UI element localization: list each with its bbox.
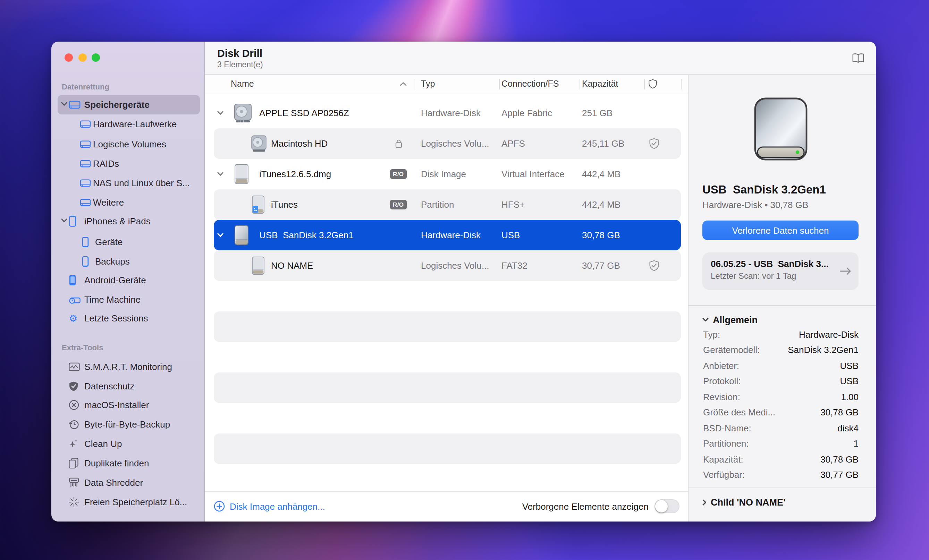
minimize-button[interactable]: [78, 53, 86, 61]
device-rows: APPLE SSD AP0256Z Hardware-Disk Apple Fa…: [205, 94, 688, 491]
sidebar-item-freien-speicherplatz[interactable]: Freien Speicherplatz Lö...: [51, 492, 204, 511]
attach-disk-image-link[interactable]: Disk Image anhängen...: [214, 501, 325, 512]
column-header-capacity[interactable]: Kapazität: [582, 80, 618, 89]
sidebar-item-smart-monitoring[interactable]: S.M.A.R.T. Monitoring: [51, 357, 204, 376]
last-scan-card[interactable]: 06.05.25 - USB SanDisk 3... Letzter Scan…: [702, 252, 858, 290]
scan-card-subtitle: Letzter Scan: vor 1 Tag: [711, 271, 838, 281]
column-header-connection[interactable]: Connection/FS: [501, 80, 559, 89]
sidebar-item-raids[interactable]: RAIDs: [51, 154, 204, 173]
device-typ: Partition: [421, 199, 454, 210]
sidebar-item-duplikate-finden[interactable]: Duplikate finden: [51, 453, 204, 473]
column-header-typ[interactable]: Typ: [421, 80, 435, 89]
android-phone-icon: [69, 274, 76, 285]
sidebar-item-clean-up[interactable]: Clean Up: [51, 434, 204, 454]
chevron-down-icon[interactable]: [61, 102, 67, 106]
section-allgemein[interactable]: Allgemein: [702, 313, 858, 327]
device-capacity: 442,4 MB: [582, 199, 621, 210]
device-connection: Apple Fabric: [501, 107, 552, 118]
chevron-down-icon[interactable]: [217, 233, 224, 237]
detail-row: Typ:Hardware-Disk: [702, 327, 858, 342]
table-row-itunes-dmg[interactable]: iTunes12.6.5.dmg R/O Disk Image Virtual …: [214, 158, 681, 189]
shield-check-icon: [69, 380, 78, 392]
table-row-itunes[interactable]: iTunes R/O Partition HFS+ 442,4 MB: [214, 189, 681, 219]
chevron-down-icon[interactable]: [217, 171, 224, 176]
hard-disk-icon: [233, 102, 253, 123]
table-row-usb-sandisk[interactable]: USB SanDisk 3.2Gen1 Hardware-Disk USB 30…: [214, 219, 681, 250]
shield-check-icon: [649, 138, 659, 149]
sidebar-item-nas-linux[interactable]: NAS und Linux über S...: [51, 173, 204, 193]
zoom-button[interactable]: [92, 53, 100, 61]
sidebar-item-letzte-sessions[interactable]: ⚙ Letzte Sessions: [51, 309, 204, 328]
table-row-no-name[interactable]: NO NAME Logisches Volu... FAT32 30,77 GB: [214, 250, 681, 280]
phone-icon: [81, 237, 89, 247]
volume-icon: [251, 256, 265, 275]
sidebar-item-label: Data Shredder: [84, 477, 143, 488]
sidebar-item-macos-installer[interactable]: macOS-Installer: [51, 395, 204, 415]
drive-icon: [80, 179, 91, 187]
drive-icon: [80, 198, 91, 207]
chevron-down-icon[interactable]: [217, 111, 224, 115]
time-machine-icon: [69, 295, 81, 304]
sidebar-item-label: Speichergeräte: [84, 99, 150, 110]
sidebar-item-label: Duplikate finden: [84, 458, 149, 468]
column-header-name[interactable]: Name: [231, 80, 254, 89]
sidebar-item-hardware-laufwerke[interactable]: Hardware-Laufwerke: [51, 115, 204, 134]
sparkles-icon: [69, 439, 78, 449]
book-icon[interactable]: [852, 53, 865, 63]
search-lost-data-button[interactable]: Verlorene Daten suchen: [702, 220, 858, 240]
phone-icon: [69, 216, 76, 227]
table-header: Name Typ Connection/FS Kapazität: [205, 75, 688, 94]
scan-card-title: 06.05.25 - USB SanDisk 3...: [711, 259, 838, 269]
section-child-no-name[interactable]: Child 'NO NAME': [702, 495, 858, 509]
sidebar-item-label: Time Machine: [84, 294, 141, 304]
external-drive-illustration: [748, 97, 813, 168]
device-capacity: 30,77 GB: [582, 260, 620, 271]
chevron-down-icon[interactable]: [61, 219, 67, 223]
history-clock-icon: [69, 419, 79, 429]
drive-icon: [80, 120, 91, 128]
sidebar-item-weitere[interactable]: Weitere: [51, 193, 204, 212]
toggle-knob: [655, 500, 667, 513]
chevron-right-icon: [702, 499, 707, 505]
device-typ: Hardware-Disk: [421, 230, 481, 240]
sidebar-item-geraete[interactable]: Geräte: [51, 232, 204, 251]
sidebar-item-iphones-ipads[interactable]: iPhones & iPads: [51, 211, 204, 231]
disk-image-icon: [234, 163, 249, 184]
sidebar-item-label: iPhones & iPads: [84, 216, 150, 226]
sidebar-item-backups[interactable]: Backups: [51, 251, 204, 271]
desktop-wallpaper: Datenrettung Speichergeräte Hardware-Lau…: [0, 0, 929, 560]
empty-row: [214, 341, 681, 372]
chevron-down-icon: [702, 318, 709, 322]
sidebar-item-logische-volumes[interactable]: Logische Volumes: [51, 134, 204, 154]
table-row-macintosh-hd[interactable]: Macintosh HD Logisches Volu... APFS 245,…: [214, 128, 681, 158]
gear-icon: ⚙: [69, 314, 77, 323]
main-header: Disk Drill 3 Element(e): [205, 41, 876, 75]
detail-row: Revision:1.00: [702, 389, 858, 405]
device-typ: Logisches Volu...: [421, 138, 489, 148]
sidebar-item-datenschutz[interactable]: Datenschutz: [51, 376, 204, 396]
hidden-items-toggle[interactable]: [654, 500, 679, 514]
sidebar-item-data-shredder[interactable]: Data Shredder: [51, 473, 204, 493]
device-connection: HFS+: [501, 199, 525, 210]
sort-ascending-icon[interactable]: [400, 82, 407, 86]
sidebar-item-label: Clean Up: [84, 439, 122, 449]
sidebar-item-speichergeraete[interactable]: Speichergeräte: [51, 95, 204, 115]
sidebar-item-android-geraete[interactable]: Android-Geräte: [51, 270, 204, 289]
close-button[interactable]: [64, 53, 72, 61]
detail-row: Anbieter:USB: [702, 358, 858, 373]
device-name: iTunes: [271, 199, 298, 210]
sidebar-item-byte-backup[interactable]: Byte-für-Byte-Backup: [51, 415, 204, 434]
circle-x-icon: [69, 400, 79, 410]
device-typ: Logisches Volu...: [421, 260, 489, 271]
arrow-right-icon: [840, 267, 852, 275]
column-header-shield-icon[interactable]: [648, 79, 657, 89]
device-list-pane: Name Typ Connection/FS Kapazität: [205, 75, 688, 521]
disk-drill-window: Datenrettung Speichergeräte Hardware-Lau…: [51, 41, 876, 521]
inspector-subtitle: Hardware-Disk • 30,78 GB: [702, 200, 858, 210]
plus-circle-icon: [214, 501, 225, 512]
sidebar-item-time-machine[interactable]: Time Machine: [51, 289, 204, 309]
smart-chart-icon: [69, 362, 80, 371]
section-label-extra-tools: Extra-Tools: [62, 343, 103, 352]
table-row-apple-ssd[interactable]: APPLE SSD AP0256Z Hardware-Disk Apple Fa…: [214, 98, 681, 128]
device-capacity: 30,78 GB: [582, 230, 620, 240]
